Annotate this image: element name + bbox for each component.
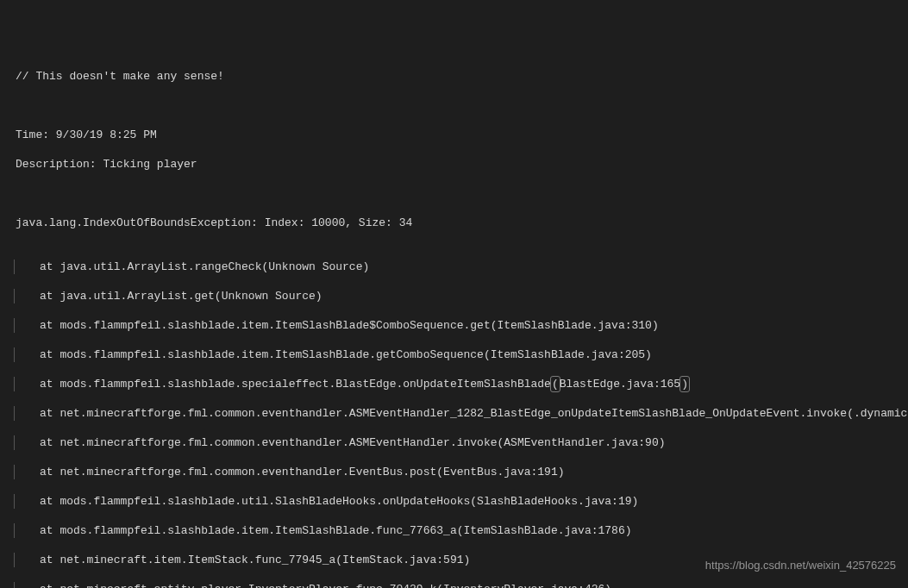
stack-frame: at net.minecraft.entity.player.Inventory… <box>10 582 908 588</box>
blank-line <box>10 98 908 113</box>
comment-line: // This doesn't make any sense! <box>10 69 908 84</box>
stack-frame: at net.minecraftforge.fml.common.eventha… <box>10 435 908 450</box>
source-link[interactable]: BlastEdge.java:165 <box>560 377 680 391</box>
description-line: Description: Ticking player <box>10 157 908 172</box>
stack-frame: at java.util.ArrayList.get(Unknown Sourc… <box>10 289 908 303</box>
bracket-open: ( <box>551 377 560 391</box>
stack-frame: at mods.flammpfeil.slashblade.item.ItemS… <box>10 523 908 538</box>
stack-frame: at net.minecraftforge.fml.common.eventha… <box>10 406 908 421</box>
exception-line: java.lang.IndexOutOfBoundsException: Ind… <box>10 216 908 230</box>
stack-frame: at mods.flammpfeil.slashblade.item.ItemS… <box>10 318 908 333</box>
bracket-close: ) <box>680 377 689 391</box>
blank-line <box>10 186 908 201</box>
time-line: Time: 9/30/19 8:25 PM <box>10 128 908 142</box>
stack-frame: at java.util.ArrayList.rangeCheck(Unknow… <box>10 260 908 274</box>
watermark-link[interactable]: https://blog.csdn.net/weixin_42576225 <box>705 558 896 572</box>
stack-frame: at mods.flammpfeil.slashblade.item.ItemS… <box>10 347 908 362</box>
stack-frame-highlighted[interactable]: at mods.flammpfeil.slashblade.specialeff… <box>10 377 908 391</box>
stack-frame: at mods.flammpfeil.slashblade.util.Slash… <box>10 494 908 509</box>
stack-frame: at net.minecraftforge.fml.common.eventha… <box>10 465 908 479</box>
